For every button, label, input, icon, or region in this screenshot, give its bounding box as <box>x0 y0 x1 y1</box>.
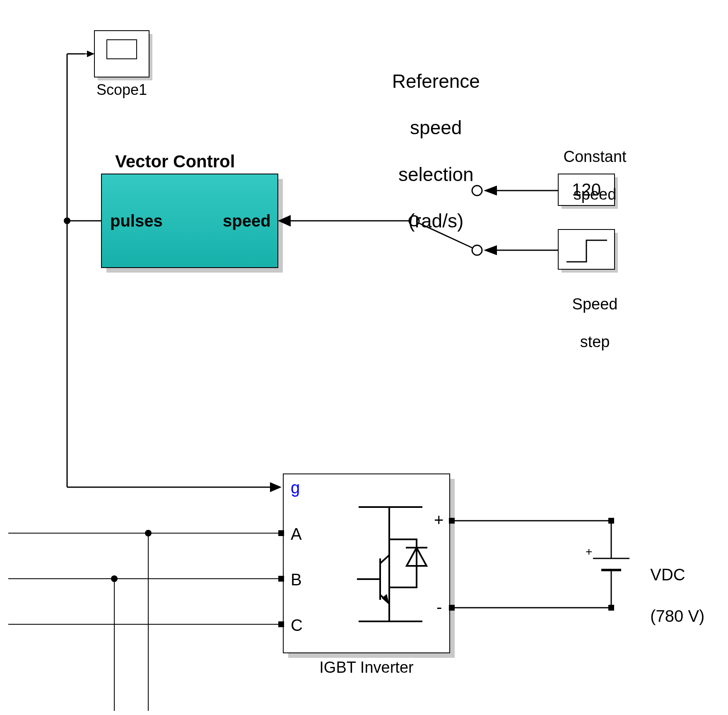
svg-rect-27 <box>608 605 614 611</box>
scope1-input-arrow <box>85 51 94 57</box>
svg-marker-14 <box>270 482 282 492</box>
ref-line2: speed <box>410 117 462 138</box>
inverter-port-g: g <box>291 478 300 497</box>
vdc-source[interactable] <box>593 546 629 582</box>
constant-line1: Constant <box>564 148 627 165</box>
vdc-plus-mark: + <box>586 545 592 558</box>
wire-dc-minus <box>455 582 614 611</box>
step-line2: step <box>580 333 610 350</box>
ref-line3: selection <box>398 164 474 185</box>
vdc-line2: (780 V) <box>650 607 704 625</box>
wire-step-to-switch <box>484 245 558 255</box>
svg-marker-12 <box>484 245 497 255</box>
svg-rect-20 <box>278 576 284 582</box>
svg-rect-26 <box>608 518 614 524</box>
speed-step-label: Speed step <box>553 276 628 351</box>
switch-lower-terminal <box>472 245 482 255</box>
svg-point-13 <box>64 217 70 224</box>
phase-taps <box>111 530 152 711</box>
diagram-canvas: Scope1 Vector Control pulses speed Refer… <box>0 0 728 715</box>
svg-rect-19 <box>278 530 284 536</box>
inverter-label: IGBT Inverter <box>283 659 450 677</box>
inverter-port-c: C <box>291 616 303 635</box>
svg-rect-2 <box>107 40 137 59</box>
scope1-block[interactable] <box>94 31 152 80</box>
svg-rect-22 <box>449 518 455 524</box>
vector-control-title: Vector Control <box>115 152 235 172</box>
speed-step-block[interactable] <box>558 229 618 273</box>
svg-rect-21 <box>278 621 284 627</box>
vector-control-pulses-port: pulses <box>110 211 163 230</box>
wire-dc-plus <box>455 518 614 546</box>
constant-speed-value: 120 <box>558 180 615 200</box>
vdc-label: VDC (780 V) <box>641 543 704 626</box>
inverter-port-a: A <box>291 524 302 543</box>
scope1-label: Scope1 <box>94 81 149 98</box>
ref-line4: (rad/s) <box>408 210 463 232</box>
inverter-port-b: B <box>291 570 302 589</box>
vector-control-speed-port: speed <box>223 211 271 230</box>
svg-marker-3 <box>87 51 94 57</box>
wire-pulses-bus <box>64 54 282 492</box>
svg-rect-23 <box>449 605 455 611</box>
vdc-line1: VDC <box>650 565 685 584</box>
inverter-port-minus: - <box>436 597 442 616</box>
reference-speed-title: Reference speed selection (rad/s) <box>348 46 513 232</box>
inverter-port-plus: + <box>434 510 444 529</box>
igbt-inverter-block[interactable] <box>283 474 455 658</box>
ref-line1: Reference <box>392 70 480 92</box>
step-line1: Speed <box>572 295 618 313</box>
